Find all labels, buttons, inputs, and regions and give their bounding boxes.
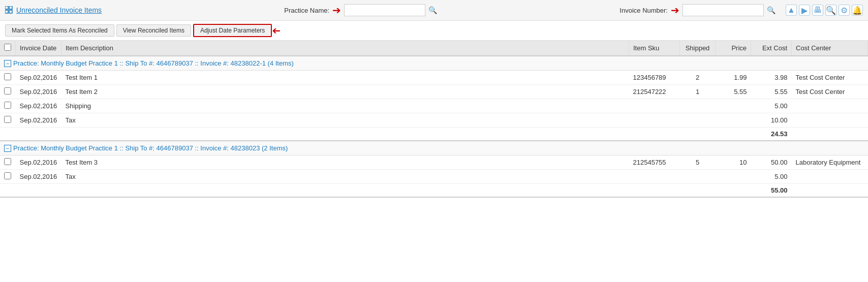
up-arrow-icon[interactable]: ▲ [786, 5, 797, 16]
col-header-item-sku: Item Sku [629, 41, 680, 56]
group-total-row-1: 24.53 [0, 128, 868, 141]
table-row: Sep.02,2016Test Item 321254575551050.00L… [0, 155, 868, 170]
header-checkbox-cell [0, 41, 16, 56]
group-header-1: −Practice: Monthly Budget Practice 1 :: … [0, 56, 868, 71]
table-row: Sep.02,2016Tax10.00 [0, 113, 868, 128]
grid-icon [5, 6, 13, 14]
table-row: Sep.02,2016Test Item 112345678921.993.98… [0, 71, 868, 85]
svg-rect-0 [5, 6, 8, 9]
row-checkbox[interactable] [4, 87, 11, 95]
gear-icon[interactable]: ⚙ [839, 5, 850, 16]
invoice-items-table: Invoice Date Item Description Item Sku S… [0, 41, 868, 198]
col-header-extcost: Ext Cost [751, 41, 792, 56]
practice-arrow: ➔ [332, 4, 341, 16]
row-checkbox[interactable] [4, 116, 11, 123]
svg-rect-3 [9, 10, 12, 13]
action-bar: Mark Selected Items As Reconciled View R… [0, 21, 868, 41]
invoice-number-input[interactable] [683, 4, 764, 16]
col-header-invoice-date: Invoice Date [16, 41, 61, 56]
select-all-checkbox[interactable] [4, 44, 11, 51]
row-checkbox[interactable] [4, 73, 11, 80]
group-header-2: −Practice: Monthly Budget Practice 1 :: … [0, 141, 868, 155]
group-toggle-1[interactable]: − [4, 60, 11, 67]
print-icon[interactable]: 🖶 [812, 5, 823, 16]
table-row: Sep.02,2016Test Item 221254722215.555.55… [0, 85, 868, 99]
table-row: Sep.02,2016Tax5.00 [0, 170, 868, 184]
row-checkbox[interactable] [4, 102, 11, 109]
col-header-costcenter: Cost Center [792, 41, 868, 56]
group-total-row-2: 55.00 [0, 184, 868, 198]
practice-label: Practice Name: [284, 7, 329, 14]
mark-reconciled-button[interactable]: Mark Selected Items As Reconciled [5, 24, 114, 37]
row-checkbox[interactable] [4, 172, 11, 179]
header-bar: Unreconciled Invoice Items Practice Name… [0, 0, 868, 21]
table-header-row: Invoice Date Item Description Item Sku S… [0, 41, 868, 56]
practice-name-input[interactable] [344, 4, 425, 16]
practice-search-icon[interactable]: 🔍 [428, 6, 437, 14]
svg-rect-1 [9, 6, 12, 9]
group-toggle-2[interactable]: − [4, 145, 11, 152]
toolbar-icons: ▲ ▶ 🖶 🔍 ⚙ 🔔 [786, 5, 863, 16]
play-icon[interactable]: ▶ [799, 5, 810, 16]
col-header-shipped: Shipped [680, 41, 716, 56]
invoice-label: Invoice Number: [619, 7, 668, 14]
adjust-date-button[interactable]: Adjust Date Parameters [193, 24, 272, 37]
col-header-price: Price [716, 41, 751, 56]
table-body: −Practice: Monthly Budget Practice 1 :: … [0, 56, 868, 197]
page-title-link[interactable]: Unreconciled Invoice Items [5, 6, 102, 14]
invoice-arrow: ➔ [671, 4, 679, 16]
view-reconciled-button[interactable]: View Reconciled Items [116, 24, 191, 37]
table-row: Sep.02,2016Shipping5.00 [0, 99, 868, 113]
adjust-date-arrow: ➔ [272, 24, 281, 37]
bell-icon[interactable]: 🔔 [852, 5, 863, 16]
main-table-container: Invoice Date Item Description Item Sku S… [0, 41, 868, 198]
zoom-icon[interactable]: 🔍 [825, 5, 836, 16]
practice-search-group: Practice Name: ➔ 🔍 [284, 4, 437, 16]
row-checkbox[interactable] [4, 158, 11, 165]
col-header-item-desc: Item Description [61, 41, 629, 56]
invoice-search-group: Invoice Number: ➔ 🔍 [619, 4, 776, 16]
invoice-search-icon[interactable]: 🔍 [767, 6, 776, 14]
svg-rect-2 [5, 10, 8, 13]
